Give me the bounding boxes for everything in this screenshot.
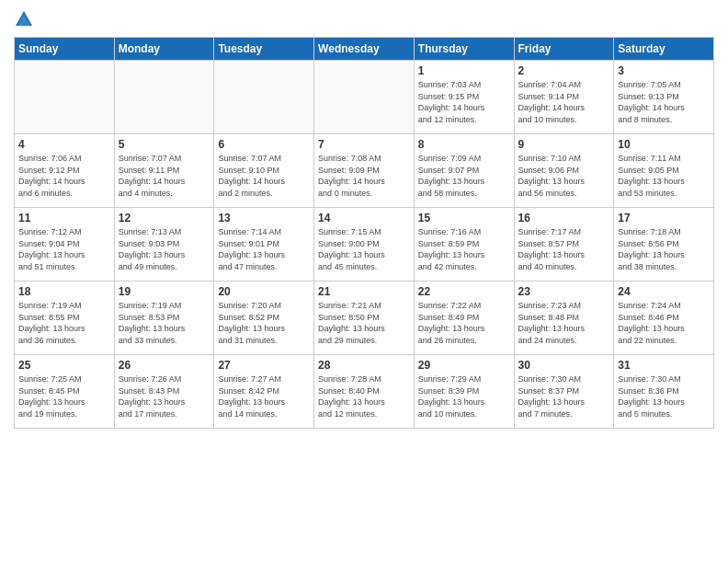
day-info: Sunrise: 7:30 AM Sunset: 8:37 PM Dayligh… <box>518 373 610 419</box>
day-number: 19 <box>119 285 210 298</box>
calendar-day-cell: 29Sunrise: 7:29 AM Sunset: 8:39 PM Dayli… <box>414 355 514 429</box>
day-number: 11 <box>18 212 110 224</box>
day-number: 27 <box>218 359 310 372</box>
day-info: Sunrise: 7:24 AM Sunset: 8:46 PM Dayligh… <box>618 300 710 346</box>
calendar-day-cell: 22Sunrise: 7:22 AM Sunset: 8:49 PM Dayli… <box>414 282 514 355</box>
logo-icon <box>14 9 34 29</box>
day-info: Sunrise: 7:29 AM Sunset: 8:39 PM Dayligh… <box>418 373 510 419</box>
day-number: 8 <box>418 138 510 151</box>
day-info: Sunrise: 7:20 AM Sunset: 8:52 PM Dayligh… <box>218 300 310 346</box>
calendar-header-wednesday: Wednesday <box>314 38 415 61</box>
calendar-header-friday: Friday <box>514 38 614 61</box>
day-number: 26 <box>119 359 210 372</box>
day-number: 20 <box>218 285 310 298</box>
calendar-day-cell: 3Sunrise: 7:05 AM Sunset: 9:13 PM Daylig… <box>614 61 714 134</box>
day-info: Sunrise: 7:03 AM Sunset: 9:15 PM Dayligh… <box>418 79 510 125</box>
day-info: Sunrise: 7:28 AM Sunset: 8:40 PM Dayligh… <box>318 373 410 419</box>
day-number: 2 <box>518 64 610 77</box>
day-info: Sunrise: 7:07 AM Sunset: 9:11 PM Dayligh… <box>119 153 210 199</box>
day-number: 22 <box>418 285 510 298</box>
day-number: 24 <box>618 285 710 298</box>
day-number: 21 <box>318 285 410 298</box>
day-info: Sunrise: 7:18 AM Sunset: 8:56 PM Dayligh… <box>618 226 710 272</box>
day-info: Sunrise: 7:30 AM Sunset: 8:36 PM Dayligh… <box>618 373 710 419</box>
calendar-week-row: 4Sunrise: 7:06 AM Sunset: 9:12 PM Daylig… <box>15 134 714 208</box>
calendar-day-cell: 6Sunrise: 7:07 AM Sunset: 9:10 PM Daylig… <box>214 134 314 208</box>
calendar-week-row: 1Sunrise: 7:03 AM Sunset: 9:15 PM Daylig… <box>15 61 714 134</box>
calendar-day-cell: 27Sunrise: 7:27 AM Sunset: 8:42 PM Dayli… <box>214 355 314 429</box>
day-number: 28 <box>318 359 410 372</box>
calendar-day-cell: 15Sunrise: 7:16 AM Sunset: 8:59 PM Dayli… <box>414 208 514 282</box>
day-number: 4 <box>18 138 110 151</box>
day-number: 7 <box>318 138 410 151</box>
calendar-day-cell: 4Sunrise: 7:06 AM Sunset: 9:12 PM Daylig… <box>15 134 115 208</box>
day-info: Sunrise: 7:21 AM Sunset: 8:50 PM Dayligh… <box>318 300 410 346</box>
header <box>14 9 714 29</box>
day-info: Sunrise: 7:19 AM Sunset: 8:55 PM Dayligh… <box>18 300 110 346</box>
day-number: 12 <box>119 212 210 224</box>
calendar-header-thursday: Thursday <box>414 38 514 61</box>
calendar-day-cell: 9Sunrise: 7:10 AM Sunset: 9:06 PM Daylig… <box>514 134 614 208</box>
calendar-day-cell: 24Sunrise: 7:24 AM Sunset: 8:46 PM Dayli… <box>614 282 714 355</box>
calendar-header-sunday: Sunday <box>15 38 115 61</box>
day-number: 31 <box>618 359 710 372</box>
calendar-week-row: 18Sunrise: 7:19 AM Sunset: 8:55 PM Dayli… <box>15 282 714 355</box>
day-number: 9 <box>518 138 610 151</box>
calendar-day-cell: 19Sunrise: 7:19 AM Sunset: 8:53 PM Dayli… <box>114 282 214 355</box>
calendar-day-cell: 26Sunrise: 7:26 AM Sunset: 8:43 PM Dayli… <box>114 355 214 429</box>
day-number: 17 <box>618 212 710 224</box>
day-number: 29 <box>418 359 510 372</box>
calendar-header-tuesday: Tuesday <box>214 38 314 61</box>
day-number: 18 <box>18 285 110 298</box>
day-info: Sunrise: 7:11 AM Sunset: 9:05 PM Dayligh… <box>618 153 710 199</box>
day-info: Sunrise: 7:16 AM Sunset: 8:59 PM Dayligh… <box>418 226 510 272</box>
calendar-day-cell: 21Sunrise: 7:21 AM Sunset: 8:50 PM Dayli… <box>314 282 415 355</box>
calendar-day-cell: 1Sunrise: 7:03 AM Sunset: 9:15 PM Daylig… <box>414 61 514 134</box>
day-info: Sunrise: 7:09 AM Sunset: 9:07 PM Dayligh… <box>418 153 510 199</box>
day-number: 13 <box>218 212 310 224</box>
day-info: Sunrise: 7:23 AM Sunset: 8:48 PM Dayligh… <box>518 300 610 346</box>
calendar-day-cell: 10Sunrise: 7:11 AM Sunset: 9:05 PM Dayli… <box>614 134 714 208</box>
calendar-week-row: 11Sunrise: 7:12 AM Sunset: 9:04 PM Dayli… <box>15 208 714 282</box>
calendar-day-cell: 20Sunrise: 7:20 AM Sunset: 8:52 PM Dayli… <box>214 282 314 355</box>
calendar-day-cell: 11Sunrise: 7:12 AM Sunset: 9:04 PM Dayli… <box>15 208 115 282</box>
calendar-day-cell: 5Sunrise: 7:07 AM Sunset: 9:11 PM Daylig… <box>114 134 214 208</box>
day-info: Sunrise: 7:04 AM Sunset: 9:14 PM Dayligh… <box>518 79 610 125</box>
calendar-day-cell: 12Sunrise: 7:13 AM Sunset: 9:03 PM Dayli… <box>114 208 214 282</box>
day-info: Sunrise: 7:26 AM Sunset: 8:43 PM Dayligh… <box>119 373 210 419</box>
day-number: 25 <box>18 359 110 372</box>
day-info: Sunrise: 7:17 AM Sunset: 8:57 PM Dayligh… <box>518 226 610 272</box>
day-info: Sunrise: 7:10 AM Sunset: 9:06 PM Dayligh… <box>518 153 610 199</box>
page: SundayMondayTuesdayWednesdayThursdayFrid… <box>0 0 728 563</box>
day-number: 3 <box>618 64 710 77</box>
calendar-day-cell: 14Sunrise: 7:15 AM Sunset: 9:00 PM Dayli… <box>314 208 415 282</box>
day-number: 15 <box>418 212 510 224</box>
calendar-day-cell: 8Sunrise: 7:09 AM Sunset: 9:07 PM Daylig… <box>414 134 514 208</box>
day-info: Sunrise: 7:06 AM Sunset: 9:12 PM Dayligh… <box>18 153 110 199</box>
day-info: Sunrise: 7:19 AM Sunset: 8:53 PM Dayligh… <box>119 300 210 346</box>
calendar-day-cell <box>214 61 314 134</box>
calendar-header-monday: Monday <box>114 38 214 61</box>
day-info: Sunrise: 7:14 AM Sunset: 9:01 PM Dayligh… <box>218 226 310 272</box>
day-info: Sunrise: 7:07 AM Sunset: 9:10 PM Dayligh… <box>218 153 310 199</box>
day-number: 10 <box>618 138 710 151</box>
day-number: 23 <box>518 285 610 298</box>
day-number: 14 <box>318 212 410 224</box>
calendar-day-cell: 30Sunrise: 7:30 AM Sunset: 8:37 PM Dayli… <box>514 355 614 429</box>
calendar-day-cell <box>114 61 214 134</box>
calendar-day-cell: 7Sunrise: 7:08 AM Sunset: 9:09 PM Daylig… <box>314 134 415 208</box>
calendar-day-cell: 28Sunrise: 7:28 AM Sunset: 8:40 PM Dayli… <box>314 355 415 429</box>
day-info: Sunrise: 7:12 AM Sunset: 9:04 PM Dayligh… <box>18 226 110 272</box>
calendar-day-cell: 13Sunrise: 7:14 AM Sunset: 9:01 PM Dayli… <box>214 208 314 282</box>
day-number: 16 <box>518 212 610 224</box>
logo <box>14 9 36 29</box>
day-info: Sunrise: 7:27 AM Sunset: 8:42 PM Dayligh… <box>218 373 310 419</box>
day-number: 5 <box>119 138 210 151</box>
calendar-week-row: 25Sunrise: 7:25 AM Sunset: 8:45 PM Dayli… <box>15 355 714 429</box>
day-info: Sunrise: 7:05 AM Sunset: 9:13 PM Dayligh… <box>618 79 710 125</box>
day-number: 30 <box>518 359 610 372</box>
calendar-header-row: SundayMondayTuesdayWednesdayThursdayFrid… <box>15 38 714 61</box>
day-number: 1 <box>418 64 510 77</box>
day-info: Sunrise: 7:08 AM Sunset: 9:09 PM Dayligh… <box>318 153 410 199</box>
day-info: Sunrise: 7:13 AM Sunset: 9:03 PM Dayligh… <box>119 226 210 272</box>
